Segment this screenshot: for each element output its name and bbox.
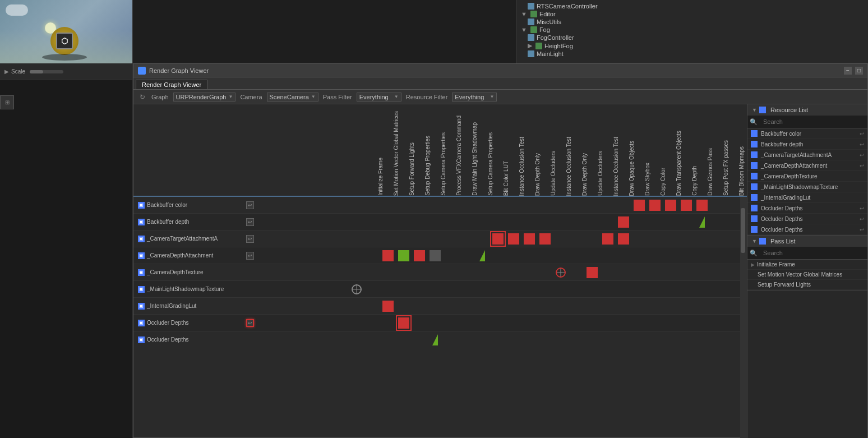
cell[interactable] xyxy=(663,298,678,315)
graph-scroll-area[interactable]: ▣Backbuffer color↩▣Backbuffer depth↩▣_Ca… xyxy=(133,197,747,438)
cell[interactable] xyxy=(412,298,427,315)
cell[interactable] xyxy=(631,247,647,264)
cell[interactable] xyxy=(380,298,396,315)
cell[interactable] xyxy=(317,230,333,247)
cell[interactable] xyxy=(616,214,631,230)
cell[interactable] xyxy=(584,315,600,331)
cell[interactable] xyxy=(710,315,726,331)
cell[interactable] xyxy=(663,331,678,347)
cell[interactable] xyxy=(286,298,302,315)
cell[interactable] xyxy=(459,281,474,298)
cell[interactable] xyxy=(537,247,553,264)
cell[interactable] xyxy=(600,298,616,315)
cell[interactable] xyxy=(286,230,302,247)
cell[interactable] xyxy=(317,247,333,264)
cell[interactable] xyxy=(380,315,396,331)
hierarchy-item-editor[interactable]: ▼ Editor xyxy=(519,10,866,18)
cell[interactable] xyxy=(616,281,631,298)
cell[interactable] xyxy=(710,247,726,264)
refresh-button[interactable]: ↻ xyxy=(138,93,147,102)
cell[interactable] xyxy=(474,315,490,331)
cell[interactable] xyxy=(490,214,506,230)
cell[interactable] xyxy=(474,281,490,298)
row-expand-arrow[interactable]: ↩ xyxy=(246,252,255,260)
cell[interactable] xyxy=(584,298,600,315)
tab-render-graph-viewer[interactable]: Render Graph Viewer xyxy=(136,80,207,89)
cell[interactable] xyxy=(317,298,333,315)
hierarchy-item-fog[interactable]: ▼ Fog xyxy=(519,26,866,34)
cell[interactable] xyxy=(364,281,380,298)
cell[interactable] xyxy=(647,331,663,347)
cell[interactable] xyxy=(537,331,553,347)
cell[interactable] xyxy=(286,281,302,298)
cell[interactable] xyxy=(427,331,443,347)
cell[interactable] xyxy=(443,264,459,281)
cell[interactable] xyxy=(364,214,380,230)
cell[interactable] xyxy=(427,214,443,230)
cell[interactable] xyxy=(286,197,302,214)
cell[interactable] xyxy=(302,298,317,315)
cell[interactable] xyxy=(490,281,506,298)
cell[interactable] xyxy=(678,298,694,315)
cell[interactable] xyxy=(663,230,678,247)
cell[interactable] xyxy=(600,247,616,264)
cell[interactable] xyxy=(584,247,600,264)
cell[interactable] xyxy=(490,247,506,264)
resource-list-item[interactable]: Occluder Depths ↩ xyxy=(747,224,867,235)
cell[interactable] xyxy=(710,281,726,298)
cell[interactable] xyxy=(678,264,694,281)
vertical-scrollbar[interactable] xyxy=(740,197,747,438)
cell[interactable] xyxy=(647,247,663,264)
cell[interactable] xyxy=(569,315,584,331)
cell[interactable] xyxy=(474,331,490,347)
cell[interactable] xyxy=(584,264,600,281)
cell[interactable] xyxy=(443,298,459,315)
cell[interactable] xyxy=(506,230,521,247)
cell[interactable] xyxy=(694,281,710,298)
cell[interactable] xyxy=(302,247,317,264)
cell[interactable] xyxy=(396,298,412,315)
cell[interactable] xyxy=(537,214,553,230)
cell[interactable] xyxy=(443,197,459,214)
cell[interactable] xyxy=(521,197,537,214)
cell[interactable] xyxy=(678,214,694,230)
resource-list-item[interactable]: Occluder Depths ↩ xyxy=(747,214,867,224)
cell[interactable] xyxy=(600,264,616,281)
cell[interactable] xyxy=(364,331,380,347)
cell[interactable] xyxy=(694,315,710,331)
cell[interactable] xyxy=(616,197,631,214)
cell[interactable] xyxy=(694,331,710,347)
cell[interactable] xyxy=(270,264,286,281)
cell[interactable] xyxy=(521,331,537,347)
arrow-icon[interactable]: ↩ xyxy=(246,218,254,226)
cell[interactable] xyxy=(553,247,569,264)
cell[interactable] xyxy=(678,315,694,331)
cell[interactable] xyxy=(270,331,286,347)
cell[interactable] xyxy=(427,197,443,214)
cell[interactable] xyxy=(255,331,270,347)
cell[interactable] xyxy=(412,331,427,347)
pass-search-input[interactable] xyxy=(760,248,865,258)
cell[interactable] xyxy=(333,331,349,347)
cell[interactable] xyxy=(600,331,616,347)
cell[interactable] xyxy=(506,214,521,230)
cell[interactable] xyxy=(569,214,584,230)
cell[interactable] xyxy=(349,247,364,264)
cell[interactable] xyxy=(506,247,521,264)
cell[interactable] xyxy=(537,230,553,247)
cell[interactable] xyxy=(380,331,396,347)
cell[interactable] xyxy=(364,197,380,214)
cell[interactable] xyxy=(647,230,663,247)
cell[interactable] xyxy=(553,197,569,214)
cell[interactable] xyxy=(412,197,427,214)
resource-list-item[interactable]: _InternalGradingLut xyxy=(747,192,867,203)
cell[interactable] xyxy=(537,264,553,281)
cell[interactable] xyxy=(302,264,317,281)
cell[interactable] xyxy=(396,331,412,347)
cell[interactable] xyxy=(600,315,616,331)
cell[interactable] xyxy=(364,230,380,247)
cell[interactable] xyxy=(616,264,631,281)
cell[interactable] xyxy=(678,247,694,264)
cell[interactable] xyxy=(349,214,364,230)
cell[interactable] xyxy=(663,214,678,230)
